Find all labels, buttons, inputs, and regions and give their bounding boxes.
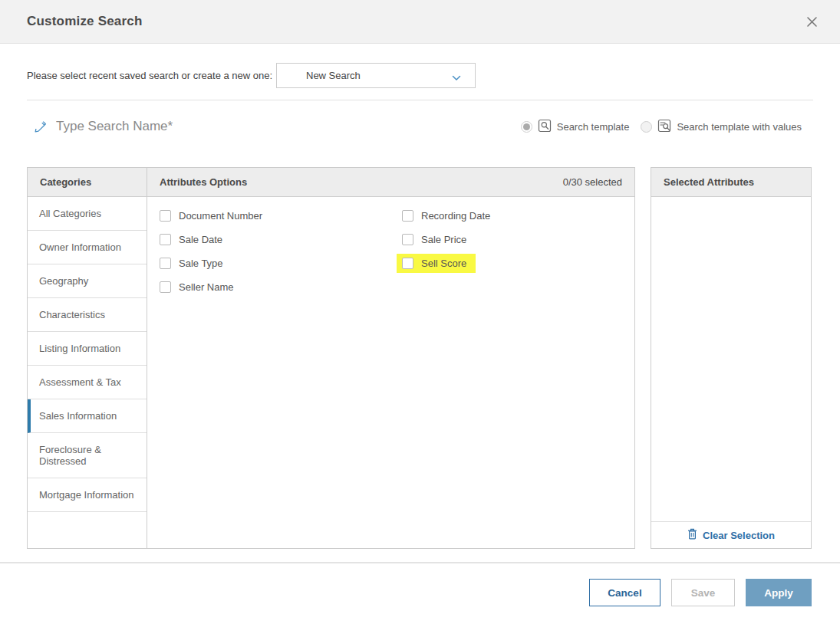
attributes-header: Attributes Options 0/30 selected — [147, 168, 634, 197]
clear-selection-button[interactable]: Clear Selection — [651, 521, 811, 548]
attribute-row: Sale Date — [160, 228, 390, 251]
category-item[interactable]: All Categories — [28, 197, 147, 231]
search-name-input[interactable] — [56, 119, 378, 134]
cancel-button[interactable]: Cancel — [589, 579, 660, 606]
category-item[interactable]: Sales Information — [28, 399, 147, 433]
categories-panel: Categories All CategoriesOwner Informati… — [27, 167, 147, 549]
category-label: Listing Information — [39, 343, 120, 354]
attribute-label: Recording Date — [421, 210, 490, 222]
attribute-row: Recording Date — [402, 204, 620, 228]
saved-search-label: Please select recent saved search or cre… — [27, 70, 272, 81]
save-button[interactable]: Save — [671, 579, 735, 606]
customize-search-dialog: Customize Search Please select recent sa… — [0, 0, 840, 624]
category-label: Owner Information — [39, 241, 121, 253]
attribute-label: Sale Type — [179, 258, 223, 269]
category-item[interactable]: Assessment & Tax — [28, 366, 147, 399]
selected-attributes-panel: Selected Attributes Clear Selection — [651, 167, 812, 549]
search-name-row: Search template Search template with val… — [27, 113, 802, 140]
attribute-row: Sell Score — [402, 251, 620, 275]
category-label: Mortgage Information — [39, 489, 134, 501]
attribute-label: Sale Price — [421, 234, 466, 245]
attribute-row: Sale Type — [160, 251, 390, 275]
chevron-down-icon — [452, 72, 461, 84]
attribute-label: Sell Score — [421, 258, 466, 269]
category-label: Characteristics — [39, 309, 105, 320]
attribute-option[interactable]: Seller Name — [160, 281, 234, 293]
checkbox-icon[interactable] — [160, 210, 171, 222]
category-item[interactable]: Characteristics — [28, 298, 147, 332]
saved-search-dropdown-value: New Search — [306, 70, 361, 81]
attributes-body: Document NumberSale DateSale TypeSeller … — [147, 197, 634, 299]
category-label: Assessment & Tax — [39, 376, 121, 388]
selected-attributes-header: Selected Attributes — [651, 168, 811, 197]
category-label: Geography — [39, 275, 88, 287]
search-template-with-values-option[interactable]: Search template with values — [641, 119, 802, 135]
category-item[interactable]: Foreclosure & Distressed — [28, 433, 147, 478]
selection-count: 0/30 selected — [563, 176, 622, 188]
attributes-header-title: Attributes Options — [160, 176, 247, 188]
checkbox-icon[interactable] — [160, 234, 171, 245]
footer-actions: Cancel Save Apply — [0, 579, 812, 606]
checkbox-icon[interactable] — [160, 281, 171, 293]
saved-search-dropdown[interactable]: New Search — [276, 63, 476, 88]
search-template-option[interactable]: Search template — [521, 119, 630, 135]
search-template-with-values-icon — [657, 119, 671, 135]
attribute-option[interactable]: Sell Score — [397, 254, 476, 273]
categories-list: All CategoriesOwner InformationGeography… — [28, 197, 147, 512]
category-label: All Categories — [39, 208, 101, 219]
checkbox-icon[interactable] — [402, 210, 413, 222]
attribute-option[interactable]: Sale Type — [160, 258, 223, 269]
attribute-option[interactable]: Sale Date — [160, 234, 222, 245]
attribute-row: Seller Name — [160, 275, 390, 299]
search-template-label: Search template — [557, 121, 630, 133]
clear-selection-label: Clear Selection — [703, 530, 775, 541]
search-template-with-values-label: Search template with values — [677, 121, 802, 133]
saved-search-row: Please select recent saved search or cre… — [27, 63, 813, 88]
selected-attributes-list — [651, 197, 811, 521]
radio-icon[interactable] — [521, 121, 532, 133]
checkbox-icon[interactable] — [160, 258, 171, 269]
category-item[interactable]: Geography — [28, 264, 147, 298]
checkbox-icon[interactable] — [402, 258, 413, 269]
category-label: Sales Information — [39, 410, 117, 422]
apply-button[interactable]: Apply — [746, 579, 812, 606]
category-item[interactable]: Mortgage Information — [28, 478, 147, 512]
pencil-icon — [35, 120, 47, 133]
close-icon[interactable] — [805, 15, 819, 28]
attribute-row: Document Number — [160, 204, 390, 228]
dialog-header: Customize Search — [0, 0, 840, 44]
categories-header: Categories — [28, 168, 147, 197]
search-template-icon — [538, 119, 552, 135]
category-item[interactable]: Owner Information — [28, 231, 147, 264]
attributes-column-2: Recording DateSale PriceSell Score — [390, 204, 620, 299]
template-options: Search template Search template with val… — [521, 119, 802, 135]
dialog-title: Customize Search — [27, 14, 143, 29]
footer-divider — [0, 562, 840, 563]
attributes-panel: Attributes Options 0/30 selected Documen… — [147, 167, 635, 549]
attribute-option[interactable]: Recording Date — [402, 210, 490, 222]
category-label: Foreclosure & Distressed — [39, 444, 101, 467]
attributes-column-1: Document NumberSale DateSale TypeSeller … — [147, 204, 390, 299]
attribute-option[interactable]: Document Number — [160, 210, 262, 222]
attribute-label: Sale Date — [179, 234, 222, 245]
attribute-label: Seller Name — [179, 281, 234, 293]
attribute-row: Sale Price — [402, 228, 620, 251]
radio-icon[interactable] — [641, 121, 652, 133]
attribute-option[interactable]: Sale Price — [402, 234, 466, 245]
checkbox-icon[interactable] — [402, 234, 413, 245]
divider — [27, 100, 813, 100]
attribute-label: Document Number — [179, 210, 262, 222]
trash-icon — [687, 528, 697, 542]
category-item[interactable]: Listing Information — [28, 332, 147, 366]
